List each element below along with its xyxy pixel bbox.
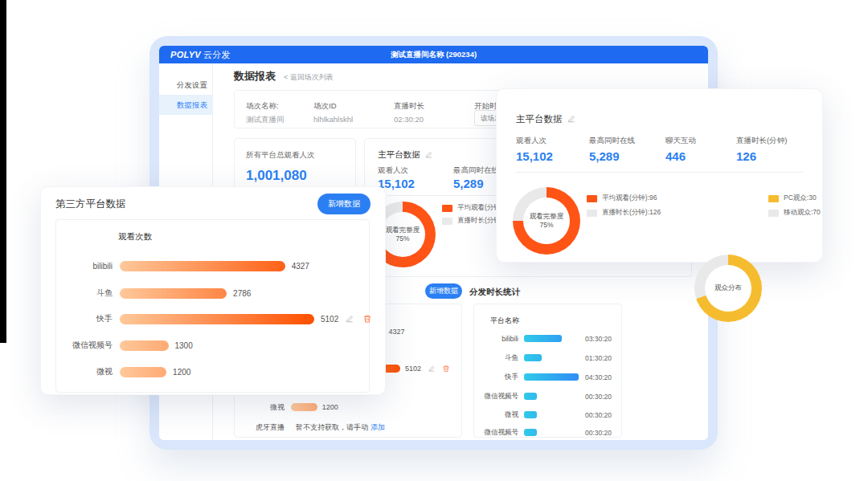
duration-value: 03:30:20: [585, 335, 612, 343]
duration-row: 快手 04:30:20: [474, 372, 612, 382]
duration-chart-panel: 平台名称 bilibili 03:30:20 斗鱼 01:30:20 快手: [473, 304, 622, 438]
delete-icon[interactable]: [362, 314, 372, 324]
stat-label: 最高同时在线: [589, 136, 635, 146]
stat-peak-online: 最高同时在线 5,289: [589, 136, 635, 163]
duration-value: 01:30:20: [585, 354, 612, 362]
platform-label: 快手: [56, 313, 113, 324]
add-data-button[interactable]: 新增数据: [425, 283, 462, 299]
peak-online-value: 5,289: [453, 177, 484, 190]
duration-value: 00:30:20: [585, 393, 612, 401]
add-manually-link[interactable]: 添加: [371, 422, 385, 433]
bar-value: 4327: [389, 328, 405, 336]
session-id-value: hlhlkahlskhl: [313, 115, 353, 124]
legend-item: 直播时长(分钟):126: [587, 208, 661, 218]
bar-row: 快手 5102: [56, 310, 364, 328]
third-party-data-card: 第三方平台数据 新增数据 观看次数 bilibili 4327 斗鱼 2786 …: [40, 186, 386, 395]
legend-swatch: [587, 210, 597, 217]
edit-icon[interactable]: [567, 114, 576, 125]
platform-label: 虎牙直播: [235, 422, 285, 433]
peak-online-label: 最高同时在线: [453, 165, 499, 176]
views-bar: [120, 261, 285, 271]
duration-row: 斗鱼 01:30:20: [474, 353, 612, 363]
bar-row: 微视 1200: [235, 401, 458, 414]
session-name-label: 场次名称:: [246, 101, 279, 110]
add-data-button[interactable]: 新增数据: [317, 194, 371, 214]
legend-item: 移动观众:70: [768, 208, 821, 218]
platform-label: 微信视频号: [56, 340, 113, 351]
bar-value: 5102: [321, 315, 338, 324]
duration-row: 微信视频号 00:30:20: [474, 391, 612, 402]
views-label: 观看人次: [378, 165, 408, 176]
legend-label: 移动观众:70: [784, 208, 821, 218]
card-title-text: 主平台数据: [516, 113, 563, 125]
edit-icon[interactable]: [428, 365, 436, 373]
platform-label: bilibili: [56, 262, 113, 271]
views-bar: [291, 403, 317, 411]
legend-swatch: [587, 195, 597, 202]
platform-label: 斗鱼: [56, 287, 113, 299]
edit-icon[interactable]: [424, 148, 433, 162]
stat-value: 126: [736, 149, 787, 163]
audience-donut: 观众分布: [694, 255, 762, 322]
bar-value: 1200: [173, 368, 190, 377]
platform-label: 微视: [56, 366, 113, 377]
window-header: POLYV云分发 测试直播间名称 (290234): [159, 46, 708, 63]
platform-label: 微视: [474, 410, 518, 420]
room-title: 测试直播间名称 (290234): [159, 46, 708, 63]
bar-value: 5102: [405, 365, 421, 373]
stat-duration: 直播时长(分钟) 126: [736, 136, 787, 163]
legend-label: PC观众:30: [784, 194, 817, 203]
legend-label: 直播时长(分钟):126: [602, 208, 661, 218]
duration-value: 00:30:20: [585, 411, 612, 419]
session-id-label: 场次ID: [313, 101, 337, 110]
views-bar: [120, 314, 314, 324]
legend-label: 平均观看(分钟):96: [602, 194, 657, 203]
views-bar: [120, 340, 169, 351]
third-party-card-title: 第三方平台数据: [55, 198, 126, 211]
bar-value: 1200: [322, 403, 338, 411]
sidebar-item-data-report[interactable]: 数据报表: [159, 95, 212, 115]
main-platform-title: 主平台数据: [378, 149, 420, 161]
donut-center-percent: 75%: [539, 221, 553, 230]
platform-label: 微信视频号: [474, 392, 518, 402]
live-duration-value: 02:30:20: [394, 115, 424, 124]
stat-views: 观看人次 15,102: [516, 136, 553, 163]
legend-item: PC观众:30: [768, 194, 817, 203]
views-bar: [120, 367, 166, 377]
views-header: 观看次数: [118, 231, 152, 243]
stat-label: 观看人次: [516, 136, 553, 146]
platform-label: 快手: [474, 373, 518, 382]
unsupported-row: 虎牙直播 暂不支持获取，请手动 添加: [235, 421, 458, 434]
back-to-session-list-link[interactable]: < 返回场次列表: [284, 72, 334, 83]
completion-donut: 观看完整度75%: [513, 187, 580, 255]
total-views-value: 1,001,080: [246, 168, 307, 184]
stat-value: 446: [665, 149, 696, 163]
duration-row: bilibili 03:30:20: [474, 333, 612, 344]
unsupported-message: 暂不支持获取，请手动: [296, 422, 368, 433]
bar-row: 斗鱼 2786: [56, 284, 364, 302]
legend-swatch: [768, 210, 779, 217]
views-bar: [120, 288, 227, 299]
duration-bar: [524, 393, 537, 400]
stat-label: 直播时长(分钟): [736, 136, 787, 146]
stat-chat: 聊天互动 446: [665, 136, 696, 163]
views-chart-box: 观看次数 bilibili 4327 斗鱼 2786 快手 5102 微信视频号…: [55, 219, 370, 393]
divider: [516, 172, 803, 173]
edit-icon[interactable]: [345, 314, 354, 324]
sidebar-item-distribution-settings[interactable]: 分发设置: [159, 75, 212, 95]
live-duration-label: 直播时长: [394, 101, 424, 110]
bar-row: 微信视频号 1300: [56, 336, 364, 354]
bar-value: 2786: [233, 289, 251, 298]
legend-swatch: [768, 195, 779, 202]
duration-value: 04:30:20: [585, 373, 612, 381]
stat-label: 聊天互动: [665, 136, 696, 146]
platform-label: bilibili: [474, 335, 518, 343]
duration-bar: [524, 373, 579, 381]
delete-icon[interactable]: [442, 365, 450, 373]
duration-row: 微视 00:30:20: [474, 410, 612, 420]
main-platform-card-title: 主平台数据: [516, 113, 576, 125]
platform-name-header: 平台名称: [490, 316, 519, 326]
duration-value: 00:30:20: [585, 429, 612, 437]
platform-label: 微视: [235, 402, 285, 413]
main-platform-data-card: 主平台数据 观看人次 15,102 最高同时在线 5,289 聊天互动 446 …: [496, 88, 823, 263]
